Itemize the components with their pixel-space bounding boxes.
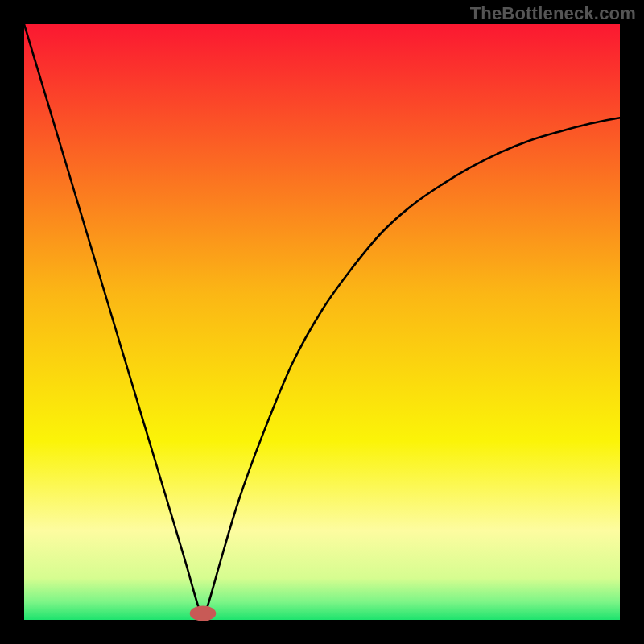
optimum-marker — [190, 605, 217, 621]
watermark-text: TheBottleneck.com — [470, 3, 636, 24]
chart-svg — [0, 0, 644, 644]
chart-container: TheBottleneck.com — [0, 0, 644, 644]
